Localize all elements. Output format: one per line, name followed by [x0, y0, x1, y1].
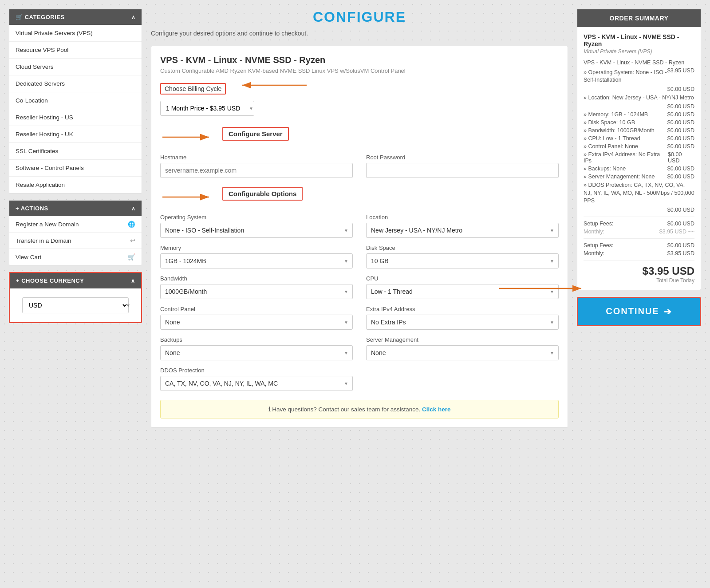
control-panel-label: Control Panel	[160, 306, 353, 312]
os-line-control-panel: » Control Panel: None $0.00 USD	[584, 143, 694, 150]
summary-divider-1	[584, 217, 694, 217]
sidebar-item-colocation[interactable]: Co-Location	[9, 92, 142, 109]
action-transfer-domain[interactable]: Transfer in a Domain ↩	[9, 233, 142, 249]
os-line-server-mgmt: » Server Management: None $0.00 USD	[584, 174, 694, 180]
os-price-ddos: $0.00 USD	[584, 207, 694, 213]
ddos-group: DDOS Protection CA, TX, NV, CO, VA, NJ, …	[160, 367, 353, 391]
actions-section: + ACTIONS ∧ Register a New Domain 🌐 Tran…	[9, 200, 142, 265]
disk-group: Disk Space 10 GB	[366, 245, 559, 268]
configure-box: VPS - KVM - Linux - NVME SSD - Ryzen Cus…	[151, 46, 568, 428]
os-price-location: $0.00 USD	[584, 103, 694, 110]
categories-header[interactable]: 🛒 CATEGORIES ∧	[9, 9, 142, 25]
action-register-domain[interactable]: Register a New Domain 🌐	[9, 216, 142, 233]
os-line-disk: » Disk Space: 10 GB $0.00 USD	[584, 119, 694, 126]
os-line-location: » Location: New Jersey - USA - NY/NJ Met…	[584, 94, 694, 102]
os-monthly-2: Monthly: $3.95 USD	[584, 250, 694, 257]
sidebar-item-dedicated[interactable]: Dedicated Servers	[9, 75, 142, 92]
backups-label: Backups	[160, 336, 353, 343]
currency-header[interactable]: + CHOOSE CURRENCY ∧	[10, 273, 141, 288]
sidebar-item-ssl[interactable]: SSL Certificates	[9, 143, 142, 160]
ipv4-group: Extra IPv4 Address No Extra IPs	[366, 306, 559, 330]
configure-server-arrow	[160, 130, 213, 145]
hostname-group: Hostname	[160, 154, 353, 178]
info-bar-link[interactable]: Click here	[422, 406, 451, 413]
os-line-backups: » Backups: None $0.00 USD	[584, 166, 694, 172]
actions-chevron-icon: ∧	[131, 205, 136, 212]
continue-label: CONTINUE	[606, 306, 659, 316]
os-price-os: $0.00 USD	[584, 86, 694, 92]
ddos-select[interactable]: CA, TX, NV, CO, VA, NJ, NY, IL, WA, MC	[160, 376, 353, 391]
location-select[interactable]: New Jersey - USA - NY/NJ Metro	[366, 223, 559, 238]
disk-label: Disk Space	[366, 245, 559, 251]
page-subtitle: Configure your desired options and conti…	[151, 30, 568, 37]
sidebar-item-resource-vps[interactable]: Resource VPS Pool	[9, 42, 142, 59]
hostname-label: Hostname	[160, 154, 353, 161]
ddos-label: DDOS Protection	[160, 367, 353, 374]
actions-plus-icon: +	[16, 205, 19, 212]
os-product-subtitle: Virtual Private Servers (VPS)	[584, 48, 694, 55]
order-summary-box: ORDER SUMMARY VPS - KVM - Linux - NVME S…	[577, 9, 701, 290]
os-line-memory: » Memory: 1GB - 1024MB $0.00 USD	[584, 111, 694, 118]
actions-header[interactable]: + ACTIONS ∧	[9, 201, 142, 216]
sidebar-item-reseller-us[interactable]: Reseller Hosting - US	[9, 109, 142, 126]
configurable-options-fields: Operating System None - ISO - Self-Insta…	[160, 214, 559, 391]
memory-select[interactable]: 1GB - 1024MB	[160, 253, 353, 268]
view-cart-icon: 🛒	[128, 253, 135, 260]
billing-cycle-select[interactable]: 1 Month Price - $3.95 USD 3 Month Price …	[160, 101, 254, 116]
cart-icon: 🛒	[16, 14, 23, 20]
sidebar-item-vps[interactable]: Virtual Private Servers (VPS)	[9, 25, 142, 42]
continue-button[interactable]: CONTINUE ➔	[577, 297, 701, 326]
server-mgmt-select[interactable]: None	[366, 345, 559, 360]
bandwidth-select[interactable]: 1000GB/Month	[160, 284, 353, 299]
transfer-icon: ↩	[130, 237, 135, 244]
configure-server-fields: Hostname Root Password	[160, 154, 559, 178]
os-line-bandwidth: » Bandwidth: 1000GB/Month $0.00 USD	[584, 127, 694, 134]
sidebar-item-cloud-servers[interactable]: Cloud Servers	[9, 59, 142, 75]
configure-server-heading: Configure Server	[222, 127, 289, 141]
billing-section: Choose Billing Cycle	[160, 83, 559, 116]
currency-section: + CHOOSE CURRENCY ∧ USD EUR GBP	[9, 272, 142, 323]
sidebar-item-software[interactable]: Software - Control Panels	[9, 160, 142, 177]
ipv4-label: Extra IPv4 Address	[366, 306, 559, 312]
sidebar-item-reseller-uk[interactable]: Reseller Hosting - UK	[9, 126, 142, 143]
os-line-ipv4: » Extra IPv4 Address: No Extra IPs $0.00…	[584, 151, 694, 164]
page-title: CONFIGURE	[151, 9, 568, 25]
categories-title: CATEGORIES	[25, 14, 65, 20]
os-group: Operating System None - ISO - Self-Insta…	[160, 214, 353, 238]
categories-section: 🛒 CATEGORIES ∧ Virtual Private Servers (…	[9, 9, 142, 193]
control-panel-group: Control Panel None	[160, 306, 353, 330]
currency-chevron-icon: ∧	[131, 278, 135, 284]
disk-select[interactable]: 10 GB	[366, 253, 559, 268]
hostname-input[interactable]	[160, 163, 353, 178]
control-panel-select[interactable]: None	[160, 315, 353, 330]
continue-arrow-icon: ➔	[664, 306, 672, 317]
sidebar-item-resale[interactable]: Resale Application	[9, 177, 142, 193]
password-group: Root Password	[366, 154, 559, 178]
os-line-cpu: » CPU: Low - 1 Thread $0.00 USD	[584, 135, 694, 142]
currency-select[interactable]: USD EUR GBP	[22, 297, 129, 313]
continue-arrow	[497, 277, 586, 300]
order-summary-header: ORDER SUMMARY	[577, 9, 701, 27]
billing-arrow	[240, 76, 311, 94]
os-label: Operating System	[160, 214, 353, 221]
order-summary: ORDER SUMMARY VPS - KVM - Linux - NVME S…	[577, 9, 701, 428]
ipv4-select[interactable]: No Extra IPs	[366, 315, 559, 330]
summary-divider-3	[584, 260, 694, 260]
info-bar-text: Have questions? Contact our sales team f…	[272, 406, 420, 413]
bandwidth-group: Bandwidth 1000GB/Month	[160, 275, 353, 299]
summary-divider-2	[584, 238, 694, 239]
categories-list: Virtual Private Servers (VPS) Resource V…	[9, 25, 142, 193]
continue-section: CONTINUE ➔	[577, 297, 701, 326]
categories-chevron-icon: ∧	[131, 14, 136, 20]
monthly-label: Monthly:	[584, 229, 604, 235]
bandwidth-label: Bandwidth	[160, 275, 353, 282]
os-total-label: Total Due Today	[584, 277, 694, 284]
globe-icon: 🌐	[128, 221, 135, 228]
action-view-cart[interactable]: View Cart 🛒	[9, 249, 142, 265]
billing-cycle-label: Choose Billing Cycle	[160, 83, 226, 95]
server-mgmt-group: Server Management None	[366, 336, 559, 360]
backups-select[interactable]: None	[160, 345, 353, 360]
password-input[interactable]	[366, 163, 559, 178]
backups-group: Backups None	[160, 336, 353, 360]
os-select[interactable]: None - ISO - Self-Installation	[160, 223, 353, 238]
